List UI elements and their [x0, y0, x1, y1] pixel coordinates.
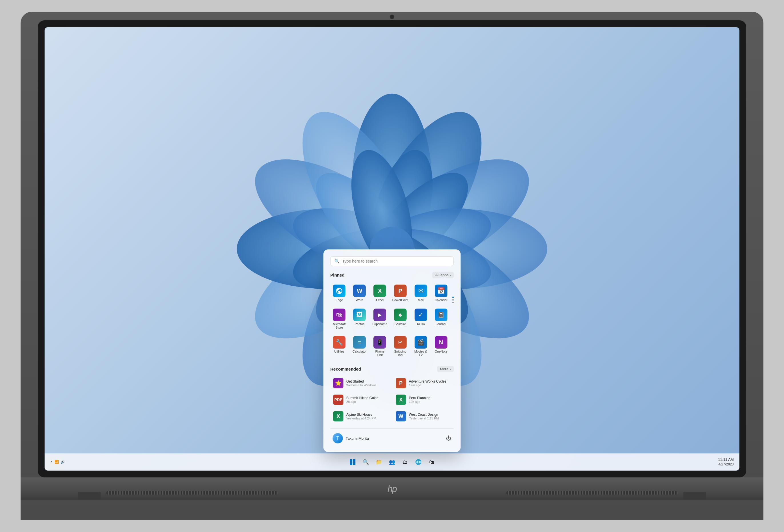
- app-icon-calculator[interactable]: = Calculator: [351, 334, 369, 359]
- app-icon-journal[interactable]: 📓 Journal: [432, 306, 450, 331]
- ms-store-icon: 🛍: [333, 309, 345, 321]
- utilities-icon: 🔧: [333, 336, 345, 348]
- clock-date: 4/27/2023: [718, 462, 734, 467]
- rec-icon-adventure-works: P: [396, 378, 406, 388]
- search-icon: 🔍: [335, 259, 339, 263]
- word-label: Word: [356, 298, 363, 302]
- rec-item-summit-hiking[interactable]: PDF Summit Hiking Guide 2h ago: [330, 392, 391, 407]
- power-icon: ⏻: [446, 436, 451, 442]
- app-icon-solitaire[interactable]: ♠ Solitaire: [391, 306, 410, 331]
- phone-link-label: Phone Link: [372, 350, 388, 357]
- taskbar-store-button[interactable]: 🛍: [426, 457, 437, 467]
- rec-item-peru-planning[interactable]: X Peru Planning 12h ago: [393, 392, 454, 407]
- recommended-section-header: Recommended More ›: [330, 366, 454, 372]
- powerpoint-icon: P: [394, 285, 407, 297]
- taskbar-edge-button[interactable]: 🌐: [413, 457, 423, 467]
- app-icon-word[interactable]: W Word: [351, 282, 369, 304]
- journal-label: Journal: [436, 322, 446, 326]
- app-icon-photos[interactable]: 🖼 Photos: [351, 306, 369, 331]
- taskbar-store-icon: 🛍: [429, 459, 434, 465]
- app-icon-movies[interactable]: 🎬 Movies & TV: [412, 334, 430, 359]
- powerpoint-label: PowerPoint: [392, 298, 408, 302]
- app-icon-utilities[interactable]: 🔧 Utilities: [330, 334, 348, 359]
- taskbar-file-explorer-button[interactable]: 📁: [374, 457, 384, 467]
- user-bar: T Takumi Morita ⏻: [330, 428, 454, 445]
- journal-icon: 📓: [435, 309, 447, 321]
- app-icon-calendar[interactable]: 📅 Calendar: [432, 282, 450, 304]
- taskbar-center: 🔍 📁 👥 🗂 🌐: [347, 457, 437, 467]
- onenote-icon: N: [435, 336, 447, 348]
- page-dot-1[interactable]: [452, 297, 454, 298]
- app-icon-clipchamp[interactable]: ▶ Clipchamp: [371, 306, 389, 331]
- onenote-label: OneNote: [435, 350, 447, 353]
- page-dot-2[interactable]: [452, 299, 454, 301]
- word-icon: W: [353, 285, 366, 297]
- screen-bezel: 72°F Sunny 🔍 Pinned All apps ›: [38, 20, 746, 477]
- app-icon-ms-store[interactable]: 🛍 Microsoft Store: [330, 306, 348, 331]
- rec-item-adventure-works[interactable]: P Adventure Works Cycles 17m ago: [393, 376, 454, 391]
- pinned-label: Pinned: [330, 273, 344, 277]
- start-button[interactable]: [347, 457, 358, 467]
- clipchamp-icon: ▶: [373, 309, 386, 321]
- app-icon-snipping[interactable]: ✂ Snipping Tool: [391, 334, 410, 359]
- search-input[interactable]: [342, 259, 449, 263]
- app-icon-excel[interactable]: X Excel: [371, 282, 389, 304]
- system-tray-left: ∧ 📶 🔊: [50, 460, 65, 464]
- ventilation-grill-right: [506, 491, 678, 495]
- taskbar-left: ∧ 📶 🔊: [50, 460, 65, 464]
- laptop-bottom-body: hp: [21, 477, 763, 500]
- webcam: [390, 15, 394, 19]
- chevron-right-icon: ›: [450, 273, 451, 277]
- solitaire-icon: ♠: [394, 309, 407, 321]
- user-avatar: T: [333, 433, 343, 443]
- ventilation-grill-left: [106, 491, 278, 495]
- tray-chevron[interactable]: ∧: [50, 460, 53, 464]
- taskbar-search-button[interactable]: 🔍: [361, 457, 371, 467]
- app-icon-phone-link[interactable]: 📱 Phone Link: [371, 334, 389, 359]
- app-icon-onenote[interactable]: N OneNote: [432, 334, 450, 359]
- app-icon-powerpoint[interactable]: P PowerPoint: [391, 282, 410, 304]
- taskbar-teams-button[interactable]: 👥: [387, 457, 397, 467]
- solitaire-label: Solitaire: [395, 322, 406, 326]
- page-dot-3[interactable]: [452, 302, 454, 303]
- app-icon-edge[interactable]: Edge: [330, 282, 348, 304]
- power-button[interactable]: ⏻: [443, 433, 454, 443]
- movies-label: Movies & TV: [413, 350, 428, 357]
- more-button[interactable]: More ›: [437, 366, 454, 372]
- taskbar-files-button[interactable]: 🗂: [400, 457, 410, 467]
- app-icon-mail[interactable]: ✉ Mail: [412, 282, 430, 304]
- file-explorer-icon: 📁: [376, 459, 382, 465]
- speaker-icon: 🔊: [61, 460, 65, 464]
- movies-icon: 🎬: [415, 336, 427, 348]
- teams-icon: 👥: [389, 459, 395, 465]
- app-icon-todo[interactable]: ✓ To Do: [412, 306, 430, 331]
- rec-text-get-started: Get Started Welcome to Windows: [346, 380, 376, 387]
- rec-icon-peru-planning: X: [396, 395, 406, 405]
- rec-text-summit-hiking: Summit Hiking Guide 2h ago: [346, 396, 379, 403]
- user-info[interactable]: T Takumi Morita: [330, 431, 371, 445]
- taskbar-edge-icon: 🌐: [415, 459, 421, 465]
- utilities-label: Utilities: [334, 350, 344, 353]
- hinge-right: [683, 492, 706, 500]
- search-bar[interactable]: 🔍: [330, 256, 454, 266]
- todo-label: To Do: [417, 322, 425, 326]
- rec-item-west-coast[interactable]: W West Coast Design Yesterday at 1:15 PM: [393, 409, 454, 424]
- taskbar-search-icon: 🔍: [363, 459, 369, 465]
- clock-time: 11:11 AM: [718, 457, 734, 462]
- hinge-left: [78, 492, 101, 500]
- photos-label: Photos: [355, 322, 364, 326]
- rec-text-west-coast: West Coast Design Yesterday at 1:15 PM: [409, 413, 439, 420]
- rec-icon-west-coast: W: [396, 411, 406, 421]
- calculator-icon: =: [353, 336, 366, 348]
- rec-text-adventure-works: Adventure Works Cycles 17m ago: [409, 380, 446, 387]
- wifi-icon: 📶: [55, 460, 59, 464]
- rec-item-get-started[interactable]: ⭐ Get Started Welcome to Windows: [330, 376, 391, 391]
- user-name: Takumi Morita: [346, 436, 369, 441]
- mail-icon: ✉: [415, 285, 427, 297]
- start-menu: 🔍 Pinned All apps ›: [324, 249, 460, 452]
- calendar-icon: 📅: [435, 285, 447, 297]
- pinned-section-header: Pinned All apps ›: [330, 272, 454, 278]
- rec-item-alpine-ski[interactable]: X Alpine Ski House Yesterday at 4:24 PM: [330, 409, 391, 424]
- excel-icon: X: [373, 285, 386, 297]
- all-apps-button[interactable]: All apps ›: [432, 272, 454, 278]
